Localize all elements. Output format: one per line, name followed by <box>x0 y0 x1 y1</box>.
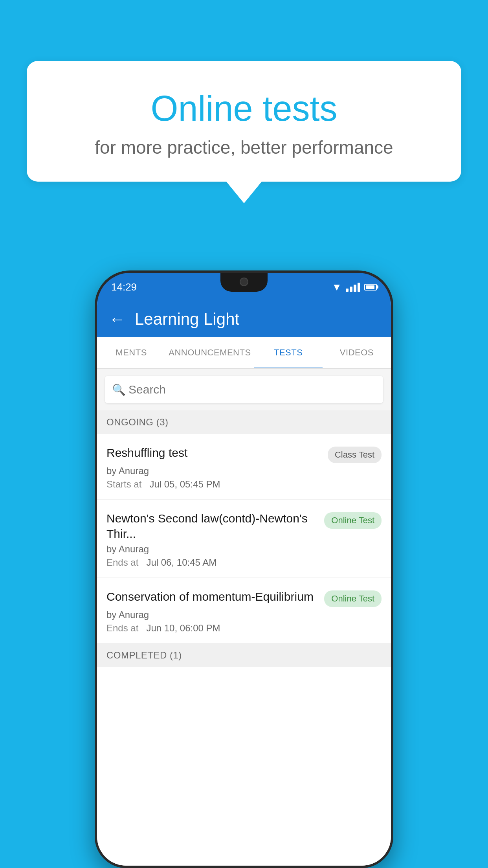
time-label: Ends at <box>106 557 138 568</box>
app-header: ← Learning Light <box>97 301 391 337</box>
status-icons: ▼ <box>332 281 377 293</box>
test-name: Conservation of momentum-Equilibrium <box>106 589 318 604</box>
tab-videos[interactable]: VIDEOS <box>323 337 391 368</box>
tests-list: Reshuffling test Class Test by Anurag St… <box>97 434 391 866</box>
search-wrapper: 🔍 <box>105 376 383 403</box>
test-item[interactable]: Reshuffling test Class Test by Anurag St… <box>97 434 391 500</box>
tab-ments[interactable]: MENTS <box>97 337 165 368</box>
phone-frame: 14:29 ▼ ← Learning Light <box>95 270 393 868</box>
time-value: Jun 10, 06:00 PM <box>146 623 220 633</box>
test-by: by Anurag <box>106 609 382 620</box>
search-container: 🔍 <box>97 369 391 410</box>
volume-up-button <box>95 399 96 426</box>
power-button <box>392 430 393 477</box>
test-item-header: Newton's Second law(contd)-Newton's Thir… <box>106 511 382 541</box>
speech-bubble: Online tests for more practice, better p… <box>27 61 461 182</box>
test-time: Ends at Jun 10, 06:00 PM <box>106 623 382 634</box>
speech-bubble-container: Online tests for more practice, better p… <box>27 61 461 203</box>
test-item[interactable]: Newton's Second law(contd)-Newton's Thir… <box>97 500 391 578</box>
bubble-pointer <box>226 182 262 203</box>
test-by: by Anurag <box>106 465 382 476</box>
time-label: Starts at <box>106 479 141 489</box>
test-by: by Anurag <box>106 544 382 555</box>
test-badge: Class Test <box>328 447 382 463</box>
signal-icon <box>346 283 360 292</box>
test-name: Newton's Second law(contd)-Newton's Thir… <box>106 511 318 541</box>
volume-down-button <box>95 438 96 481</box>
test-badge: Online Test <box>324 590 382 607</box>
status-bar: 14:29 ▼ <box>97 273 391 301</box>
status-time: 14:29 <box>111 281 137 293</box>
test-item-header: Reshuffling test Class Test <box>106 445 382 463</box>
phone-screen: ← Learning Light MENTS ANNOUNCEMENTS TES… <box>97 301 391 866</box>
app-title: Learning Light <box>135 310 239 329</box>
tab-announcements[interactable]: ANNOUNCEMENTS <box>165 337 254 368</box>
back-button[interactable]: ← <box>109 310 125 329</box>
test-item[interactable]: Conservation of momentum-Equilibrium Onl… <box>97 578 391 644</box>
test-name: Reshuffling test <box>106 445 321 460</box>
search-icon: 🔍 <box>112 383 126 396</box>
search-input[interactable] <box>105 376 383 403</box>
time-label: Ends at <box>106 623 138 633</box>
time-value: Jul 05, 05:45 PM <box>149 479 220 489</box>
tab-tests[interactable]: TESTS <box>254 337 323 368</box>
tabs-bar: MENTS ANNOUNCEMENTS TESTS VIDEOS <box>97 337 391 369</box>
notch-cutout <box>220 273 268 292</box>
silent-button <box>95 493 96 536</box>
ongoing-section-header: ONGOING (3) <box>97 410 391 434</box>
time-value: Jul 06, 10:45 AM <box>146 557 216 568</box>
bubble-title: Online tests <box>50 88 438 129</box>
wifi-icon: ▼ <box>332 281 342 293</box>
test-time: Ends at Jul 06, 10:45 AM <box>106 557 382 568</box>
test-item-header: Conservation of momentum-Equilibrium Onl… <box>106 589 382 607</box>
completed-section-header: COMPLETED (1) <box>97 644 391 667</box>
bubble-subtitle: for more practice, better performance <box>50 137 438 158</box>
test-badge: Online Test <box>324 512 382 529</box>
battery-icon <box>364 284 377 291</box>
test-time: Starts at Jul 05, 05:45 PM <box>106 479 382 490</box>
front-camera <box>240 278 248 286</box>
